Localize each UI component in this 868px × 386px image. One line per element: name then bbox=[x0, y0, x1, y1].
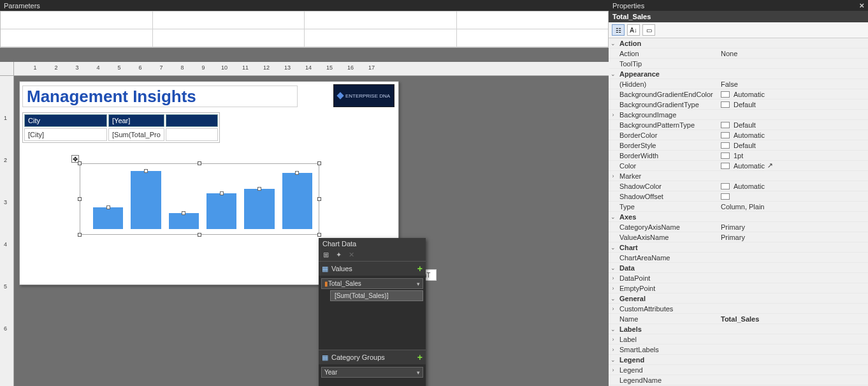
param-cell[interactable] bbox=[153, 29, 305, 47]
property-row[interactable]: ColorAutomatic↖ bbox=[609, 161, 868, 171]
property-value[interactable]: Primary bbox=[721, 223, 868, 231]
resize-handle[interactable] bbox=[317, 161, 321, 165]
property-row[interactable]: NameTotal_Sales bbox=[609, 314, 868, 324]
property-value[interactable]: Column, Plain bbox=[721, 203, 868, 211]
property-value[interactable]: Automatic bbox=[721, 182, 868, 190]
add-value-button[interactable]: + bbox=[417, 264, 423, 274]
expand-toggle-icon[interactable]: ⌄ bbox=[609, 357, 618, 363]
value-expression[interactable]: [Sum(Total_Sales)] bbox=[330, 290, 423, 301]
property-row[interactable]: BackgroundPatternTypeDefault bbox=[609, 120, 868, 130]
property-row[interactable]: ActionNone bbox=[609, 48, 868, 59]
property-row[interactable]: ValueAxisNamePrimary bbox=[609, 232, 868, 242]
property-row[interactable]: BorderStyleDefault bbox=[609, 140, 868, 151]
property-category[interactable]: ⌄Legend bbox=[609, 355, 868, 365]
category-groups-section-header[interactable]: ▦Category Groups + bbox=[319, 350, 426, 364]
values-section-header[interactable]: ▦Values + bbox=[319, 261, 426, 276]
property-value[interactable]: Automatic bbox=[721, 131, 868, 139]
property-row[interactable]: ›Legend bbox=[609, 365, 868, 375]
data-point-handle[interactable] bbox=[295, 171, 299, 175]
property-category[interactable]: ⌄Appearance bbox=[609, 69, 868, 79]
property-category[interactable]: ⌄Axes bbox=[609, 212, 868, 222]
tablix-cell[interactable]: [Sum(Total_Pro bbox=[108, 128, 164, 141]
expand-toggle-icon[interactable]: › bbox=[609, 275, 618, 281]
expand-toggle-icon[interactable]: › bbox=[609, 285, 618, 292]
alphabetical-view-button[interactable]: A↓ bbox=[627, 24, 640, 36]
expand-toggle-icon[interactable]: › bbox=[609, 336, 618, 343]
resize-handle[interactable] bbox=[317, 233, 321, 237]
property-value[interactable]: Primary bbox=[721, 234, 868, 241]
expand-toggle-icon[interactable]: ⌄ bbox=[609, 265, 618, 271]
categorized-view-button[interactable]: ☷ bbox=[612, 24, 625, 36]
property-category[interactable]: ⌄General bbox=[609, 293, 868, 304]
property-row[interactable]: BorderWidth1pt bbox=[609, 151, 868, 161]
dropdown-icon[interactable]: ▾ bbox=[417, 369, 420, 376]
property-row[interactable]: BackgroundGradientTypeDefault bbox=[609, 100, 868, 110]
data-point-handle[interactable] bbox=[182, 211, 185, 215]
data-point-handle[interactable] bbox=[257, 187, 261, 191]
tablix-cell[interactable]: [City] bbox=[24, 128, 107, 141]
property-row[interactable]: ChartAreaName bbox=[609, 253, 868, 263]
property-row[interactable]: (Hidden)False bbox=[609, 79, 868, 89]
property-pages-button[interactable]: ▭ bbox=[642, 24, 655, 36]
property-row[interactable]: ›EmptyPoint bbox=[609, 283, 868, 293]
resize-handle[interactable] bbox=[78, 161, 82, 165]
data-point-handle[interactable] bbox=[106, 205, 110, 209]
property-row[interactable]: ›SmartLabels bbox=[609, 345, 868, 355]
tablix-header[interactable] bbox=[166, 114, 218, 127]
property-row[interactable]: ›Marker bbox=[609, 171, 868, 181]
data-point-handle[interactable] bbox=[220, 191, 224, 195]
chart-bar[interactable] bbox=[282, 173, 312, 229]
close-icon[interactable]: × bbox=[859, 1, 864, 10]
param-cell[interactable] bbox=[457, 11, 609, 29]
property-category[interactable]: ⌄Labels bbox=[609, 324, 868, 334]
expand-toggle-icon[interactable]: › bbox=[609, 112, 618, 118]
property-row[interactable]: ›CustomAttributes bbox=[609, 304, 868, 314]
chart-data-panel[interactable]: Chart Data ⊞ ✦ ✕ ▦Values + ▮Total_Sales … bbox=[319, 238, 426, 386]
resize-handle[interactable] bbox=[78, 197, 82, 201]
selected-object-name[interactable]: Total_Sales bbox=[609, 11, 868, 22]
data-point-handle[interactable] bbox=[144, 169, 148, 173]
param-cell[interactable] bbox=[1, 29, 153, 47]
property-row[interactable]: ToolTip bbox=[609, 59, 868, 69]
properties-panel-header[interactable]: Properties × bbox=[609, 0, 868, 11]
logo-image[interactable]: ENTERPRISE DNA bbox=[333, 84, 394, 107]
property-value[interactable]: Default bbox=[721, 142, 868, 149]
property-row[interactable]: ›BackgroundImage bbox=[609, 110, 868, 120]
tablix-control[interactable]: City [Year] [City] [Sum(Total_Pro bbox=[22, 112, 220, 143]
property-row[interactable]: BorderColorAutomatic bbox=[609, 130, 868, 140]
property-value[interactable]: 1pt bbox=[721, 152, 868, 160]
property-row[interactable]: CategoryAxisNamePrimary bbox=[609, 222, 868, 232]
property-row[interactable]: ShadowOffset bbox=[609, 191, 868, 202]
parameters-panel-header[interactable]: Parameters bbox=[0, 0, 609, 11]
chart-bar[interactable] bbox=[244, 189, 274, 229]
expand-toggle-icon[interactable]: ⌄ bbox=[609, 326, 618, 332]
property-row[interactable]: ›DataPoint bbox=[609, 273, 868, 283]
tb-grid-icon[interactable]: ⊞ bbox=[321, 251, 330, 260]
property-row[interactable]: TypeColumn, Plain bbox=[609, 202, 868, 212]
property-category[interactable]: ⌄Action bbox=[609, 38, 868, 48]
property-row[interactable]: ›Label bbox=[609, 334, 868, 345]
chart-data-header[interactable]: Chart Data bbox=[319, 238, 426, 249]
property-value[interactable]: None bbox=[721, 50, 868, 57]
chart-bar[interactable] bbox=[131, 171, 161, 229]
expand-toggle-icon[interactable]: ⌄ bbox=[609, 295, 618, 302]
expand-toggle-icon[interactable]: › bbox=[609, 173, 618, 179]
chart-bar[interactable] bbox=[169, 213, 199, 229]
property-value[interactable] bbox=[721, 193, 868, 200]
expand-toggle-icon[interactable]: › bbox=[609, 306, 618, 312]
value-series-item[interactable]: ▮Total_Sales ▾ bbox=[321, 278, 423, 289]
chart-bar[interactable] bbox=[93, 207, 123, 229]
tablix-header[interactable]: [Year] bbox=[108, 114, 164, 127]
property-value[interactable]: False bbox=[721, 80, 868, 88]
property-row[interactable]: ShadowColorAutomatic bbox=[609, 181, 868, 191]
chart-control[interactable]: ✥ bbox=[80, 163, 319, 235]
property-value[interactable]: Automatic↖ bbox=[721, 161, 868, 170]
property-value[interactable]: Default bbox=[721, 101, 868, 108]
property-category[interactable]: ⌄Chart bbox=[609, 242, 868, 253]
param-cell[interactable] bbox=[305, 11, 457, 29]
resize-handle[interactable] bbox=[198, 233, 201, 237]
expand-toggle-icon[interactable]: › bbox=[609, 346, 618, 353]
report-design-surface[interactable]: 1234567891011121314151617 123456 Managem… bbox=[0, 62, 609, 386]
category-group-item[interactable]: Year ▾ bbox=[321, 367, 423, 378]
param-cell[interactable] bbox=[153, 11, 305, 29]
